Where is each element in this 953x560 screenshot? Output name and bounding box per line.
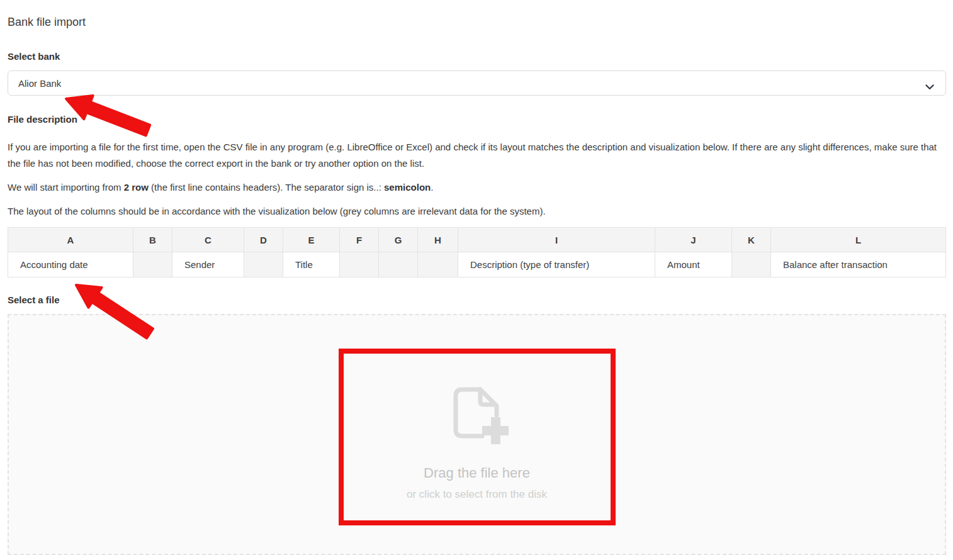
description-paragraph-1: If you are importing a file for the firs… xyxy=(8,139,939,172)
column-header: F xyxy=(340,228,379,252)
irrelevant-column-cell xyxy=(418,252,458,277)
column-header: L xyxy=(771,228,946,252)
column-header: A xyxy=(8,228,133,252)
file-description-label: File description xyxy=(8,115,946,124)
column-layout-table: A B C D E F G H I J K L Accounting date … xyxy=(8,227,946,277)
column-header: D xyxy=(244,228,283,252)
table-label-row: Accounting date Sender Title Description… xyxy=(8,252,946,277)
select-bank-label: Select bank xyxy=(8,52,946,61)
column-header: H xyxy=(418,228,458,252)
column-header: I xyxy=(458,228,655,252)
paragraph2-text: . xyxy=(431,182,433,193)
description-paragraph-3: The layout of the columns should be in a… xyxy=(8,203,939,220)
paragraph2-bold-separator: semicolon xyxy=(384,182,431,193)
paragraph2-text: (the first line contains headers). The s… xyxy=(149,182,384,193)
red-highlight-box: Drag the file here or click to select fr… xyxy=(339,349,616,525)
irrelevant-column-cell xyxy=(379,252,418,277)
column-header: K xyxy=(732,228,771,252)
column-label-cell: Title xyxy=(283,252,340,277)
irrelevant-column-cell xyxy=(732,252,771,277)
column-label-cell: Balance after transaction xyxy=(771,252,946,277)
paragraph2-text: We will start importing from xyxy=(8,182,124,193)
column-label-cell: Amount xyxy=(655,252,732,277)
irrelevant-column-cell xyxy=(244,252,283,277)
table-header-row: A B C D E F G H I J K L xyxy=(8,228,946,252)
description-paragraph-2: We will start importing from 2 row (the … xyxy=(8,179,939,196)
dropzone-subtitle: or click to select from the disk xyxy=(407,489,547,500)
select-file-label: Select a file xyxy=(8,295,946,305)
column-label-cell: Accounting date xyxy=(8,252,133,277)
paragraph2-bold-row: 2 row xyxy=(124,182,149,193)
column-header: B xyxy=(133,228,172,252)
page-title: Bank file import xyxy=(8,16,946,28)
irrelevant-column-cell xyxy=(133,252,172,277)
file-dropzone[interactable]: Drag the file here or click to select fr… xyxy=(8,314,946,555)
irrelevant-column-cell xyxy=(340,252,379,277)
column-header: J xyxy=(655,228,732,252)
column-label-cell: Sender xyxy=(172,252,244,277)
column-header: G xyxy=(379,228,418,252)
bank-file-import-page: Bank file import Select bank Alior Bank … xyxy=(0,16,953,560)
chevron-down-icon xyxy=(925,81,934,92)
add-file-icon xyxy=(446,384,509,447)
bank-select-value: Alior Bank xyxy=(18,78,61,89)
column-header: E xyxy=(283,228,340,252)
column-label-cell: Description (type of transfer) xyxy=(458,252,655,277)
bank-select[interactable]: Alior Bank xyxy=(8,70,946,96)
column-header: C xyxy=(172,228,244,252)
dropzone-title: Drag the file here xyxy=(424,466,530,480)
